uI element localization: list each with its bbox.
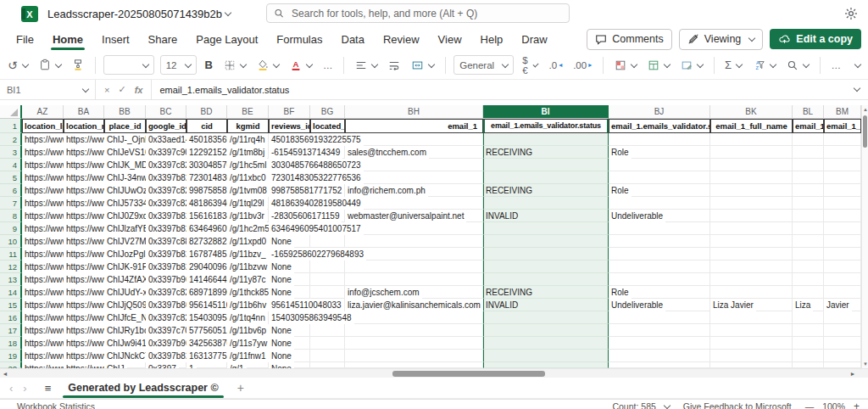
- cell-BB7[interactable]: ChIJ57334: [104, 197, 150, 210]
- cellbg-BI4[interactable]: [483, 159, 609, 171]
- cellbg-BK5[interactable]: [710, 171, 793, 184]
- formula-input[interactable]: email_1.emails_validator.status: [152, 80, 868, 99]
- cell-BC16[interactable]: 0x3397c82: [146, 311, 192, 324]
- borders-button[interactable]: [221, 58, 248, 73]
- cellbg-BH20[interactable]: [345, 362, 483, 368]
- conditional-formatting-button[interactable]: [612, 58, 639, 73]
- column-header-BC[interactable]: BC: [146, 105, 186, 119]
- cell-BE15[interactable]: /g/11b6hv: [227, 299, 269, 311]
- cell-BF7[interactable]: 4818639402819580449: [269, 197, 364, 210]
- row-header-7[interactable]: 7: [0, 197, 22, 210]
- cell-BD6[interactable]: 998758581: [186, 184, 232, 197]
- cell-BF14[interactable]: None: [269, 286, 294, 299]
- cell-BA3[interactable]: https://www: [64, 146, 109, 159]
- cell-BH15[interactable]: liza.javier@kalinisanchemicals.com: [345, 299, 483, 311]
- cellbg-BI5[interactable]: [483, 171, 609, 184]
- cellbg-BM7[interactable]: [824, 197, 861, 210]
- cell-BD4[interactable]: 303048576: [186, 159, 232, 171]
- cell-BC4[interactable]: 0x3397c82: [146, 159, 192, 171]
- column-header-BH[interactable]: BH: [345, 105, 483, 119]
- cell-BD5[interactable]: 723014830: [186, 171, 232, 184]
- cellbg-BJ19[interactable]: [609, 350, 710, 362]
- cell-BA7[interactable]: https://www: [64, 197, 109, 210]
- cell-BD3[interactable]: 122921521: [186, 146, 232, 159]
- cellbg-BI12[interactable]: [483, 261, 609, 273]
- sort-filter-button[interactable]: A Z: [750, 58, 778, 73]
- cell-BH14[interactable]: info@jcschem.com: [345, 286, 422, 299]
- cell-BC20[interactable]: 0x3397: [146, 362, 179, 368]
- cell-AZ13[interactable]: https://www: [22, 273, 69, 286]
- row-header-10[interactable]: 10: [0, 235, 22, 248]
- cellbg-BJ12[interactable]: [609, 261, 710, 273]
- row-header-4[interactable]: 4: [0, 159, 22, 171]
- cellbg-BK20[interactable]: [710, 362, 793, 368]
- cell-BC8[interactable]: 0x3397b82: [146, 210, 192, 222]
- row-header-2[interactable]: 2: [0, 133, 22, 146]
- cellbg-BM18[interactable]: [824, 337, 861, 350]
- scroll-left-arrow-icon[interactable]: ◄: [2, 370, 8, 378]
- column-header-BE[interactable]: BE: [227, 105, 269, 119]
- cell-BF9[interactable]: 6346496095401007517: [269, 222, 364, 235]
- cell-BB12[interactable]: ChIJK-91P5: [104, 261, 151, 273]
- cell-BA6[interactable]: https://www: [64, 184, 109, 197]
- cellbg-BM16[interactable]: [824, 311, 861, 324]
- cell-BB3[interactable]: ChIJeVS16: [104, 146, 151, 159]
- cellbg-BH18[interactable]: [345, 337, 483, 350]
- cell-BE10[interactable]: /g/11xpd0: [227, 235, 269, 248]
- cellbg-BH17[interactable]: [345, 324, 483, 337]
- cell-BD16[interactable]: 154030958: [186, 311, 232, 324]
- cellbg-BG17[interactable]: [310, 324, 345, 337]
- cellbg-BI9[interactable]: [483, 222, 609, 235]
- cell-BA20[interactable]: https://www: [64, 362, 109, 368]
- zoom-level-value[interactable]: 100%: [822, 401, 845, 409]
- cell-BB9[interactable]: ChIJlzafYB: [104, 222, 151, 235]
- cell-BE20[interactable]: /g/1: [227, 362, 247, 368]
- cellbg-BJ16[interactable]: [609, 311, 710, 324]
- cell-BE1[interactable]: kgmid: [227, 119, 269, 133]
- cell-BE3[interactable]: /g/1tm8bj: [227, 146, 267, 159]
- cell-BA14[interactable]: https://www: [64, 286, 109, 299]
- cellbg-BK16[interactable]: [710, 311, 793, 324]
- cell-BD7[interactable]: 481863940: [186, 197, 232, 210]
- cellbg-BM11[interactable]: [824, 248, 861, 261]
- search-box[interactable]: [266, 3, 570, 23]
- cell-BI14[interactable]: RECEIVING: [483, 286, 535, 299]
- cell-BA13[interactable]: https://www: [64, 273, 109, 286]
- column-header-BF[interactable]: BF: [269, 105, 310, 119]
- cell-BB1[interactable]: place_id: [104, 119, 146, 133]
- menu-review[interactable]: Review: [374, 27, 429, 51]
- cellbg-BK2[interactable]: [710, 133, 793, 146]
- cell-AZ18[interactable]: https://www: [22, 337, 69, 350]
- ribbon-more-button[interactable]: …: [829, 59, 844, 72]
- row-header-11[interactable]: 11: [0, 248, 22, 261]
- cell-BB4[interactable]: ChIJK_MD: [104, 159, 150, 171]
- cell-BA12[interactable]: https://www: [64, 261, 109, 273]
- cell-BB14[interactable]: ChIJUdY-xJ: [104, 286, 151, 299]
- cellbg-BI16[interactable]: [483, 311, 609, 324]
- cell-BF5[interactable]: 7230148305322776536: [269, 171, 364, 184]
- cell-BF13[interactable]: None: [269, 273, 294, 286]
- cellbg-BG18[interactable]: [310, 337, 345, 350]
- cell-BE9[interactable]: /g/1hc2m5: [227, 222, 272, 235]
- cell-AZ4[interactable]: https://www: [22, 159, 69, 171]
- cell-BJ15[interactable]: Undeliverable: [609, 299, 665, 311]
- cell-AZ5[interactable]: https://www: [22, 171, 69, 184]
- fill-color-button[interactable]: [254, 57, 281, 73]
- row-header-6[interactable]: 6: [0, 184, 22, 197]
- cell-BH3[interactable]: sales@tncchem.com: [345, 146, 429, 159]
- cell-BA4[interactable]: https://www: [64, 159, 109, 171]
- cellbg-BI13[interactable]: [483, 273, 609, 286]
- decrease-decimal-button[interactable]: .0 ◂: [547, 59, 565, 72]
- cell-BF18[interactable]: None: [269, 337, 294, 350]
- cell-AZ16[interactable]: https://www: [22, 311, 69, 324]
- cell-BB20[interactable]: ChIJ: [104, 362, 127, 368]
- cellbg-BJ17[interactable]: [609, 324, 710, 337]
- cellbg-BG20[interactable]: [310, 362, 345, 368]
- cellbg-BJ9[interactable]: [609, 222, 710, 235]
- cellbg-BL18[interactable]: [793, 337, 824, 350]
- cell-BJ14[interactable]: Role: [609, 286, 632, 299]
- cell-AZ17[interactable]: https://www: [22, 324, 69, 337]
- cellbg-BL9[interactable]: [793, 222, 824, 235]
- cellbg-BK11[interactable]: [710, 248, 793, 261]
- cell-BE7[interactable]: /g/1tql29l: [227, 197, 267, 210]
